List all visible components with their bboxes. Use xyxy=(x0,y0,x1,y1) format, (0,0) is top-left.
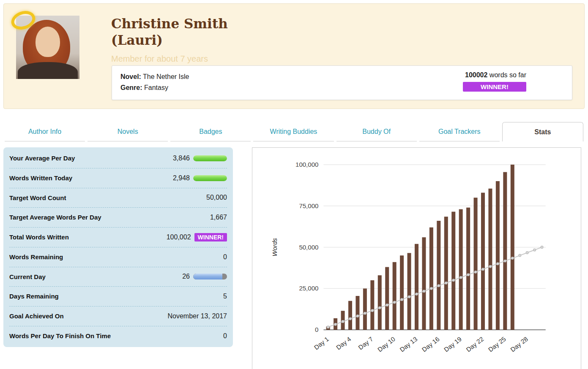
stat-label: Words Written Today xyxy=(9,174,72,183)
novel-title: The Nether Isle xyxy=(143,73,189,80)
genre-value: Fantasy xyxy=(144,84,168,91)
tab-goal-trackers[interactable]: Goal Trackers xyxy=(419,122,500,141)
stat-value: 3,846 xyxy=(173,155,190,162)
stat-value: 26 xyxy=(182,273,190,280)
svg-text:Day 25: Day 25 xyxy=(487,335,507,353)
stats-summary-panel: Your Average Per Day 3,846 Words Written… xyxy=(3,147,233,347)
tab-badges[interactable]: Badges xyxy=(170,122,251,141)
words-so-far: 100002 words so far xyxy=(465,71,526,79)
svg-text:Day 16: Day 16 xyxy=(421,335,441,353)
stat-label: Your Average Per Day xyxy=(9,154,75,163)
svg-text:Words: Words xyxy=(271,238,278,256)
stat-row-target-average: Target Average Words Per Day 1,667 xyxy=(9,208,227,228)
winner-badge: WINNER! xyxy=(194,233,227,241)
novel-line: Novel: The Nether Isle xyxy=(120,71,189,82)
svg-text:Day 19: Day 19 xyxy=(443,335,463,353)
winner-badge: WINNER! xyxy=(463,82,526,92)
stat-value: November 13, 2017 xyxy=(167,312,227,320)
svg-text:Day 10: Day 10 xyxy=(376,335,397,353)
avatar-face xyxy=(36,27,60,57)
word-count-chart-panel: 025,00050,00075,000100,000Day 1Day 4Day … xyxy=(252,147,581,369)
tab-writing-buddies[interactable]: Writing Buddies xyxy=(253,122,334,141)
author-name: Christine Smith (Lauri) xyxy=(111,16,263,49)
stat-row-average-per-day: Your Average Per Day 3,846 xyxy=(9,149,227,168)
stat-row-total-words: Total Words Written 100,002 WINNER! xyxy=(9,228,227,247)
svg-text:Day 22: Day 22 xyxy=(465,335,485,353)
avatar-body xyxy=(18,62,78,79)
stat-row-goal-achieved: Goal Achieved On November 13, 2017 xyxy=(9,307,227,326)
svg-text:Day 4: Day 4 xyxy=(335,335,352,351)
profile-tabs: Author Info Novels Badges Writing Buddie… xyxy=(3,122,585,141)
stat-value: 2,948 xyxy=(173,174,190,182)
svg-text:Day 7: Day 7 xyxy=(357,335,374,351)
words-today-bar xyxy=(193,175,227,181)
avatar xyxy=(16,16,79,79)
stat-label: Goal Achieved On xyxy=(9,312,64,321)
stat-row-words-today: Words Written Today 2,948 xyxy=(9,168,227,188)
profile-header: Christine Smith (Lauri) Member for about… xyxy=(3,3,585,109)
stat-value: 0 xyxy=(223,332,227,340)
stat-value: 50,000 xyxy=(206,194,227,201)
tab-author-info[interactable]: Author Info xyxy=(5,122,85,141)
stat-value: 5 xyxy=(223,293,227,300)
svg-text:Day 1: Day 1 xyxy=(313,335,330,351)
tab-novels[interactable]: Novels xyxy=(88,122,168,141)
svg-text:Day 13: Day 13 xyxy=(398,335,418,353)
stat-row-days-remaining: Days Remaining 5 xyxy=(9,287,227,307)
svg-text:50,000: 50,000 xyxy=(299,244,318,251)
svg-text:100,000: 100,000 xyxy=(295,161,318,168)
words-so-far-suffix: words so far xyxy=(487,71,526,79)
stat-label: Words Per Day To Finish On Time xyxy=(9,331,111,341)
novel-summary-box: Novel: The Nether Isle Genre: Fantasy 10… xyxy=(112,65,572,100)
stat-value: 0 xyxy=(223,253,227,261)
average-per-day-bar xyxy=(193,155,227,161)
svg-text:Day 28: Day 28 xyxy=(509,335,529,353)
novel-label: Novel: xyxy=(120,73,141,80)
stat-label: Target Word Count xyxy=(9,193,66,203)
tab-buddy-of[interactable]: Buddy Of xyxy=(336,122,417,141)
svg-text:25,000: 25,000 xyxy=(299,285,318,292)
stat-row-target-word-count: Target Word Count 50,000 xyxy=(9,188,227,208)
novel-details: Novel: The Nether Isle Genre: Fantasy xyxy=(120,71,189,93)
stat-label: Target Average Words Per Day xyxy=(9,213,101,222)
stat-row-words-remaining: Words Remaining 0 xyxy=(9,247,227,267)
stat-value: 1,667 xyxy=(210,214,227,221)
main-content: Your Average Per Day 3,846 Words Written… xyxy=(3,147,581,369)
genre-line: Genre: Fantasy xyxy=(120,82,189,93)
stat-row-current-day: Current Day 26 xyxy=(9,267,227,287)
stat-row-words-per-day-to-finish: Words Per Day To Finish On Time 0 xyxy=(9,326,227,346)
stat-label: Words Remaining xyxy=(9,252,63,262)
words-so-far-count: 100002 xyxy=(465,71,487,79)
membership-duration: Member for about 7 years xyxy=(111,54,263,64)
stat-label: Current Day xyxy=(9,272,46,282)
svg-text:0: 0 xyxy=(315,326,318,333)
svg-text:75,000: 75,000 xyxy=(299,202,318,209)
current-day-progress-bar xyxy=(193,274,227,279)
wordcount-block: 100002 words so far WINNER! xyxy=(463,71,563,92)
stat-value: 100,002 xyxy=(167,233,191,241)
tab-stats[interactable]: Stats xyxy=(502,122,583,141)
genre-label: Genre: xyxy=(120,84,142,91)
stat-label: Days Remaining xyxy=(9,292,59,301)
stat-label: Total Words Written xyxy=(9,233,69,242)
word-count-chart: 025,00050,00075,000100,000Day 1Day 4Day … xyxy=(252,148,581,369)
